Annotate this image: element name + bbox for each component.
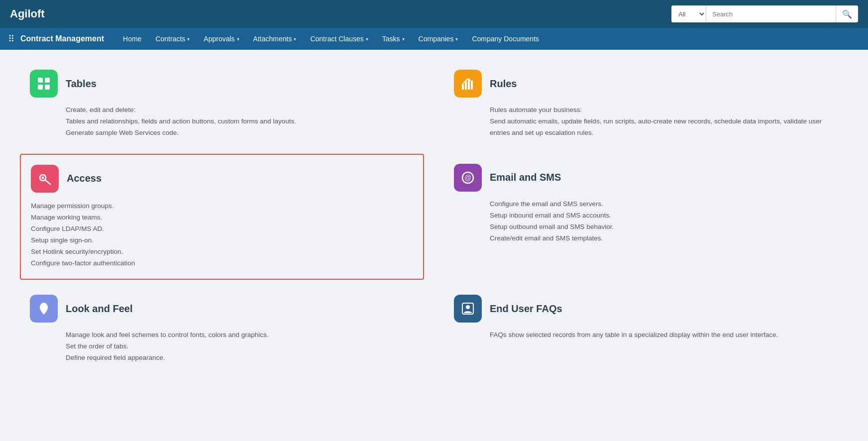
main-content: Tables Create, edit and delete: Tables a… xyxy=(0,50,868,441)
rules-title: Rules xyxy=(490,78,517,90)
logo: Agiloft xyxy=(10,7,45,20)
email-sms-icon: @ xyxy=(454,164,482,192)
search-input[interactable] xyxy=(706,5,836,22)
tables-desc: Create, edit and delete: Tables and rela… xyxy=(30,105,414,139)
svg-rect-7 xyxy=(471,81,473,90)
search-button[interactable]: 🔍 xyxy=(836,5,858,22)
nav-item-attachments[interactable]: Attachments ▾ xyxy=(246,28,304,50)
search-filter-select[interactable]: All xyxy=(671,5,706,22)
card-look-feel[interactable]: Look and Feel Manage look and feel schem… xyxy=(30,295,414,364)
grid-icon[interactable]: ⠿ xyxy=(8,33,14,44)
card-email-sms[interactable]: @ Email and SMS Configure the email and … xyxy=(454,164,838,270)
header: Agiloft All 🔍 xyxy=(0,0,868,28)
rules-desc: Rules automate your business: Send autom… xyxy=(454,105,838,139)
card-tables[interactable]: Tables Create, edit and delete: Tables a… xyxy=(30,70,414,139)
email-sms-desc: Configure the email and SMS servers. Set… xyxy=(454,199,838,244)
card-email-sms-header: @ Email and SMS xyxy=(454,164,838,192)
svg-line-9 xyxy=(45,180,51,184)
card-rules[interactable]: Rules Rules automate your business: Send… xyxy=(454,70,838,139)
chevron-down-icon: ▾ xyxy=(366,36,368,42)
svg-text:@: @ xyxy=(464,174,471,182)
svg-point-10 xyxy=(42,176,44,179)
card-access[interactable]: Access Manage permission groups. Manage … xyxy=(30,164,414,270)
search-container: All 🔍 xyxy=(671,5,858,22)
chevron-down-icon: ▾ xyxy=(294,36,296,42)
nav-item-companies[interactable]: Companies ▾ xyxy=(412,28,465,50)
access-title: Access xyxy=(67,173,102,184)
svg-rect-5 xyxy=(465,82,467,90)
card-end-user-faqs[interactable]: End User FAQs FAQs show selected records… xyxy=(454,295,838,364)
nav-item-contract-clauses[interactable]: Contract Clauses ▾ xyxy=(303,28,375,50)
svg-point-14 xyxy=(466,305,470,309)
card-look-feel-header: Look and Feel xyxy=(30,295,414,323)
nav-item-home[interactable]: Home xyxy=(116,28,148,50)
end-user-faqs-title: End User FAQs xyxy=(490,303,562,315)
look-feel-icon xyxy=(30,295,58,323)
svg-rect-2 xyxy=(38,85,43,90)
card-access-header: Access xyxy=(31,165,413,193)
chevron-down-icon: ▾ xyxy=(237,36,239,42)
nav-brand: Contract Management xyxy=(20,34,104,43)
end-user-faqs-desc: FAQs show selected records from any tabl… xyxy=(454,330,838,341)
look-feel-title: Look and Feel xyxy=(66,303,132,315)
tables-title: Tables xyxy=(66,78,97,90)
nav-item-approvals[interactable]: Approvals ▾ xyxy=(197,28,246,50)
chevron-down-icon: ▾ xyxy=(455,36,458,42)
end-user-faqs-icon xyxy=(454,295,482,323)
tables-icon xyxy=(30,70,58,98)
svg-rect-3 xyxy=(45,85,50,90)
navbar: ⠿ Contract Management Home Contracts ▾ A… xyxy=(0,28,868,50)
card-end-user-faqs-header: End User FAQs xyxy=(454,295,838,323)
access-desc: Manage permission groups. Manage working… xyxy=(31,201,413,269)
card-tables-header: Tables xyxy=(30,70,414,98)
chevron-down-icon: ▾ xyxy=(402,36,405,42)
card-rules-header: Rules xyxy=(454,70,838,98)
svg-rect-4 xyxy=(462,85,464,90)
rules-icon xyxy=(454,70,482,98)
look-feel-desc: Manage look and feel schemes to control … xyxy=(30,330,414,364)
nav-item-company-documents[interactable]: Company Documents xyxy=(465,28,546,50)
chevron-down-icon: ▾ xyxy=(187,36,190,42)
svg-rect-1 xyxy=(45,78,50,83)
card-access-border: Access Manage permission groups. Manage … xyxy=(20,154,424,280)
nav-item-tasks[interactable]: Tasks ▾ xyxy=(375,28,412,50)
cards-grid: Tables Create, edit and delete: Tables a… xyxy=(30,70,838,364)
nav-item-contracts[interactable]: Contracts ▾ xyxy=(148,28,197,50)
access-icon xyxy=(31,165,59,193)
svg-rect-0 xyxy=(38,78,43,83)
email-sms-title: Email and SMS xyxy=(490,172,561,183)
